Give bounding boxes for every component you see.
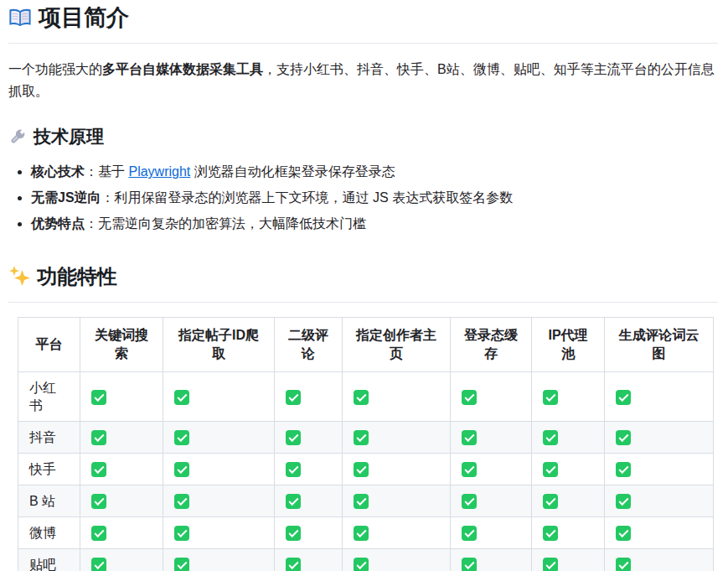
feature-check-cell bbox=[532, 516, 605, 548]
header-keyword-search: 关键词搜索 bbox=[80, 317, 163, 371]
check-icon bbox=[616, 390, 631, 405]
feature-check-cell bbox=[343, 548, 451, 571]
feature-check-cell bbox=[451, 371, 532, 421]
tech-item-label: 优势特点 bbox=[31, 216, 85, 231]
check-icon bbox=[543, 558, 558, 571]
tech-item-sep: ： bbox=[85, 164, 98, 179]
check-icon bbox=[354, 430, 369, 445]
check-icon bbox=[286, 494, 301, 509]
check-icon bbox=[91, 526, 106, 541]
check-icon bbox=[91, 558, 106, 571]
feature-check-cell bbox=[80, 516, 163, 548]
check-icon bbox=[174, 558, 189, 571]
tech-item-advantage: 优势特点：无需逆向复杂的加密算法，大幅降低技术门槛 bbox=[31, 215, 718, 232]
header-ip-proxy-pool: IP代理池 bbox=[532, 317, 605, 371]
check-icon bbox=[543, 462, 558, 477]
tech-item-core: 核心技术：基于 Playwright 浏览器自动化框架登录保存登录态 bbox=[31, 163, 718, 180]
check-icon bbox=[543, 494, 558, 509]
feature-check-cell bbox=[163, 516, 275, 548]
feature-check-cell bbox=[605, 371, 714, 421]
playwright-link[interactable]: Playwright bbox=[128, 164, 190, 179]
feature-check-cell bbox=[163, 421, 275, 453]
check-icon bbox=[462, 462, 477, 477]
table-row-kuaishou: 快手 bbox=[18, 453, 714, 485]
section-title-tech: 技术原理 bbox=[8, 125, 718, 151]
header-wordcloud: 生成评论词云图 bbox=[605, 317, 714, 371]
feature-check-cell bbox=[80, 548, 163, 571]
check-icon bbox=[174, 462, 189, 477]
check-icon bbox=[462, 390, 477, 405]
check-icon bbox=[91, 430, 106, 445]
check-icon bbox=[286, 430, 301, 445]
page-title: 项目简介 bbox=[8, 2, 718, 44]
tech-item-text: 无需逆向复杂的加密算法，大幅降低技术门槛 bbox=[98, 216, 366, 231]
feature-check-cell bbox=[80, 485, 163, 516]
check-icon bbox=[543, 390, 558, 405]
tech-item-label: 核心技术 bbox=[31, 164, 85, 179]
check-icon bbox=[354, 462, 369, 477]
feature-check-cell bbox=[532, 485, 605, 516]
table-row-tieba: 贴吧 bbox=[18, 548, 714, 571]
feature-check-cell bbox=[80, 453, 163, 485]
feature-check-cell bbox=[605, 421, 714, 453]
section-title-tech-text: 技术原理 bbox=[34, 127, 104, 146]
header-login-cache: 登录态缓存 bbox=[451, 317, 532, 371]
feature-check-cell bbox=[451, 485, 532, 516]
feature-check-cell bbox=[275, 371, 343, 421]
feature-check-cell bbox=[163, 453, 275, 485]
check-icon bbox=[174, 390, 189, 405]
tech-item-text-after: 浏览器自动化框架登录保存登录态 bbox=[190, 164, 395, 179]
feature-check-cell bbox=[605, 485, 714, 516]
check-icon bbox=[91, 494, 106, 509]
sparkles-icon bbox=[8, 265, 30, 293]
table-row-bilibili: B 站 bbox=[18, 485, 714, 516]
feature-check-cell bbox=[605, 453, 714, 485]
features-header-row: 平台 关键词搜索 指定帖子ID爬取 二级评论 指定创作者主页 登录态缓存 IP代… bbox=[18, 317, 714, 371]
check-icon bbox=[286, 558, 301, 571]
feature-check-cell bbox=[163, 371, 275, 421]
feature-check-cell bbox=[451, 516, 532, 548]
feature-check-cell bbox=[532, 371, 605, 421]
feature-check-cell bbox=[451, 548, 532, 571]
feature-check-cell bbox=[80, 421, 163, 453]
feature-check-cell bbox=[532, 548, 605, 571]
feature-check-cell bbox=[163, 548, 275, 571]
check-icon bbox=[543, 526, 558, 541]
check-icon bbox=[354, 494, 369, 509]
intro-paragraph: 一个功能强大的多平台自媒体数据采集工具，支持小红书、抖音、快手、B站、微博、贴吧… bbox=[8, 59, 718, 102]
tech-item-text: 利用保留登录态的浏览器上下文环境，通过 JS 表达式获取签名参数 bbox=[115, 190, 514, 205]
check-icon bbox=[286, 462, 301, 477]
table-row-xiaohongshu: 小红书 bbox=[18, 371, 714, 421]
check-icon bbox=[354, 526, 369, 541]
header-creator-page: 指定创作者主页 bbox=[343, 317, 451, 371]
feature-check-cell bbox=[343, 516, 451, 548]
feature-check-cell bbox=[451, 453, 532, 485]
features-table: 平台 关键词搜索 指定帖子ID爬取 二级评论 指定创作者主页 登录态缓存 IP代… bbox=[18, 317, 714, 571]
check-icon bbox=[616, 558, 631, 571]
feature-check-cell bbox=[80, 371, 163, 421]
check-icon bbox=[616, 526, 631, 541]
feature-check-cell bbox=[275, 485, 343, 516]
table-row-douyin: 抖音 bbox=[18, 421, 714, 453]
check-icon bbox=[286, 526, 301, 541]
feature-check-cell bbox=[343, 453, 451, 485]
tech-item-sep: ： bbox=[85, 216, 98, 231]
feature-check-cell bbox=[275, 548, 343, 571]
feature-check-cell bbox=[451, 421, 532, 453]
feature-check-cell bbox=[163, 485, 275, 516]
tech-item-no-js: 无需JS逆向：利用保留登录态的浏览器上下文环境，通过 JS 表达式获取签名参数 bbox=[31, 189, 718, 206]
platform-cell: 微博 bbox=[18, 516, 80, 548]
tech-list: 核心技术：基于 Playwright 浏览器自动化框架登录保存登录态 无需JS逆… bbox=[8, 163, 718, 232]
check-icon bbox=[354, 558, 369, 571]
open-book-icon bbox=[8, 7, 32, 36]
check-icon bbox=[174, 494, 189, 509]
check-icon bbox=[616, 430, 631, 445]
check-icon bbox=[286, 390, 301, 405]
platform-cell: B 站 bbox=[18, 485, 80, 516]
intro-bold: 多平台自媒体数据采集工具 bbox=[102, 62, 263, 76]
check-icon bbox=[91, 462, 106, 477]
tech-item-text-before: 基于 bbox=[98, 164, 128, 179]
feature-check-cell bbox=[532, 421, 605, 453]
feature-check-cell bbox=[275, 453, 343, 485]
section-title-features: 功能特性 bbox=[8, 263, 718, 302]
